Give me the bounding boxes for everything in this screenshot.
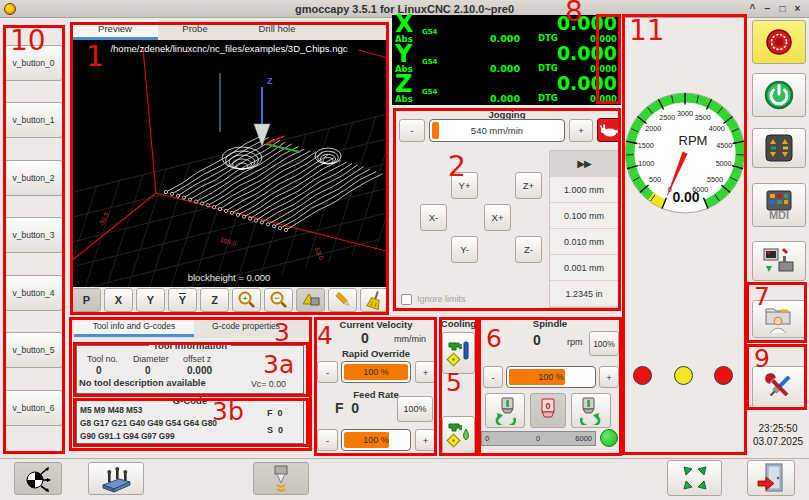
feed-decrease-button[interactable]: - [317,429,338,451]
v-button-2[interactable]: v_button_2 [4,160,63,196]
minimize-icon[interactable]: − [760,0,775,18]
jog-z-plus-button[interactable]: Z+ [515,172,542,199]
velocity-unit: mm/min [394,334,426,344]
shade-icon[interactable]: ^ [745,0,760,18]
v-button-6[interactable]: v_button_6 [4,390,63,426]
clear-plot-broom-icon[interactable] [360,288,389,312]
dro-panel[interactable]: X G54 Abs 0.000 DTG 0.000 0.000 Y G54 Ab… [392,15,621,105]
rapid-override-slider[interactable]: 100 % [341,361,411,383]
open-file-button[interactable] [752,300,806,338]
gcode-feed: F 0 [267,408,283,418]
view-y-button[interactable]: Y [136,288,165,312]
annotation-box-11 [622,14,747,455]
rapid-override-title: Rapid Override [315,348,437,359]
auto-mode-button[interactable] [752,241,806,281]
spindle-override-slider[interactable]: 100 % [506,366,596,388]
preview-toolbar: P X Y Y Z + − [70,287,388,314]
touch-off-button[interactable] [14,462,62,495]
feed-increase-button[interactable]: + [415,429,436,451]
spindle-reset-button[interactable]: 100% [589,331,619,356]
rapid-increase-button[interactable]: + [415,361,436,383]
jog-increment-0001mm[interactable]: 0.001 mm [550,255,618,281]
spindle-cw-button[interactable] [571,393,611,428]
tool-measurement-button[interactable] [253,462,309,495]
jog-increment-001mm[interactable]: 0.010 mm [550,229,618,255]
close-icon[interactable]: × [790,0,805,18]
view-x-button[interactable]: X [104,288,133,312]
v-button-0[interactable]: v_button_0 [4,45,63,81]
fullscreen-button[interactable] [667,460,722,496]
v-button-4[interactable]: v_button_4 [4,275,63,311]
mist-icon [446,336,472,370]
view-y2-button[interactable]: Y [168,288,197,312]
jog-speed-increase-button[interactable]: + [569,119,593,142]
current-velocity-title: Current Velocity [315,319,437,330]
jog-increment-1mm[interactable]: 1.000 mm [550,177,618,203]
gcode-frame: G-Code M5 M9 M48 M53 G8 G17 G21 G40 G49 … [76,400,304,444]
svg-text:MDI: MDI [769,209,789,221]
machine-mode-icon [762,246,796,276]
dro-axis-x[interactable]: X G54 Abs 0.000 DTG 0.000 0.000 [392,15,621,45]
tab-tool-info[interactable]: Tool info and G-codes [74,318,194,337]
maximize-icon[interactable]: □ [775,0,790,18]
spindle-increase-button[interactable]: + [599,366,619,388]
clock: 23:25:50 03.07.2025 [748,422,808,448]
dro-axis-z[interactable]: Z G54 Abs 0.000 DTG 0.000 0.000 [392,75,621,105]
svg-text:0.00: 0.00 [672,189,699,205]
tab-preview[interactable]: Preview [72,20,158,40]
view-p-button[interactable]: P [72,288,101,312]
gremlin-preview[interactable]: Z /home/zdenek/linuxcnc/nc_files/example… [70,40,388,287]
loaded-file-path: /home/zdenek/linuxcnc/nc_files/examples/… [70,43,388,54]
jog-z-minus-button[interactable]: Z- [515,236,542,263]
svg-text:3500: 3500 [695,113,711,122]
flood-coolant-button[interactable] [442,416,475,454]
jog-speed-slider[interactable]: 540 mm/min [429,119,565,142]
jog-increment-01mm[interactable]: 0.100 mm [550,203,618,229]
jog-continuous-button[interactable]: ▶▶ [550,151,618,177]
rapid-override-value: 100 % [342,362,410,382]
jog-y-minus-button[interactable]: Y- [451,236,478,263]
gcode-title: G-Code [169,395,211,406]
v-button-5[interactable]: v_button_5 [4,332,63,368]
dro-axis-y[interactable]: Y G54 Abs 0.000 DTG 0.000 0.000 [392,45,621,75]
exit-button[interactable] [747,460,795,496]
tool-measurement-icon [267,464,295,494]
manual-mode-button[interactable] [752,128,806,168]
tab-drill-hole[interactable]: Drill hole [232,20,322,40]
v-button-3[interactable]: v_button_3 [4,217,63,253]
zoom-in-icon[interactable]: + [232,288,261,312]
spindle-stop-button[interactable]: 0 [530,393,566,428]
spindle-unit: rpm [567,337,583,347]
tool-info-title: Tool information [149,340,231,351]
gmoccapy-window: gmoccapy 3.5.1 for LinuxCNC 2.10.0~pre0 … [0,0,809,500]
jog-x-plus-button[interactable]: X+ [484,204,511,231]
touch-plate-button[interactable] [88,462,144,495]
spindle-decrease-button[interactable]: - [483,366,503,388]
jog-x-minus-button[interactable]: X- [420,204,447,231]
feed-override-slider[interactable]: 100 % [341,429,411,451]
view-z-button[interactable]: Z [200,288,229,312]
mdi-mode-button[interactable]: MDI [752,183,806,227]
ignore-limits-checkbox[interactable] [401,294,412,305]
gcode-line: G90 G91.1 G94 G97 G99 [80,431,175,441]
jog-increment-inch[interactable]: 1.2345 in [550,281,618,307]
mist-coolant-button[interactable] [442,332,475,374]
zoom-out-icon[interactable]: − [264,288,293,312]
spindle-ccw-button[interactable] [485,393,525,428]
rapid-decrease-button[interactable]: - [317,361,338,383]
jog-y-plus-button[interactable]: Y+ [451,172,478,199]
v-button-1[interactable]: v_button_1 [4,102,63,138]
tab-gcode-properties[interactable]: G-code properties [196,318,296,337]
jog-speed-decrease-button[interactable]: - [399,119,425,142]
turtle-rabbit-toggle-button[interactable] [597,118,621,142]
feed-reset-button[interactable]: 100% [397,396,433,422]
machine-on-button[interactable] [752,73,806,117]
cooling-title: Cooling [439,318,478,329]
estop-button[interactable] [752,20,806,64]
dimensions-pencil-icon[interactable] [328,288,357,312]
vc-value: Vc= 0.00 [251,379,286,389]
settings-button[interactable] [752,366,806,408]
svg-text:RPM: RPM [679,133,708,148]
tab-probe[interactable]: Probe [160,20,230,40]
toolpath-toggle-icon[interactable] [296,288,325,312]
